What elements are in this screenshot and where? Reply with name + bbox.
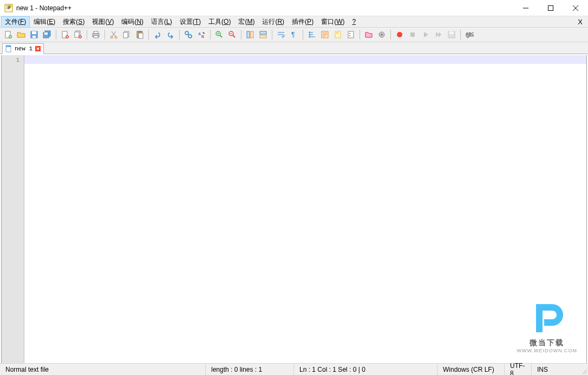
svg-rect-23 (138, 31, 141, 32)
status-position: Ln : 1 Col : 1 Sel : 0 | 0 (294, 364, 437, 375)
status-filetype: Normal text file (0, 364, 206, 375)
toolbar: AB ¶ ABC (0, 28, 588, 42)
undo-button[interactable] (152, 29, 164, 41)
file-icon (5, 45, 12, 52)
status-mode[interactable]: INS (532, 364, 553, 375)
print-button[interactable] (90, 29, 102, 41)
tab-new1[interactable]: new 1 (2, 43, 44, 54)
menu-close-x[interactable]: X (573, 18, 587, 26)
close-file-button[interactable] (59, 29, 71, 41)
open-file-button[interactable] (15, 29, 27, 41)
zoom-out-button[interactable] (226, 29, 238, 41)
new-file-button[interactable] (2, 29, 14, 41)
menu-window[interactable]: 窗口(W) (317, 16, 348, 28)
spellcheck-button[interactable]: ABC (463, 29, 475, 41)
menu-macro[interactable]: 宏(M) (234, 16, 258, 28)
svg-point-40 (349, 33, 350, 34)
svg-rect-47 (449, 31, 454, 34)
window-title: new 1 - Notepad++ (16, 4, 513, 12)
status-bar: Normal text file length : 0 lines : 1 Ln… (0, 363, 588, 375)
record-macro-button[interactable] (394, 29, 406, 41)
svg-rect-24 (139, 33, 143, 38)
svg-rect-50 (6, 45, 11, 47)
show-all-chars-button[interactable]: ¶ (288, 29, 300, 41)
svg-rect-31 (247, 31, 250, 38)
svg-rect-38 (336, 32, 338, 34)
sync-v-scroll-button[interactable] (244, 29, 256, 41)
doc-map-button[interactable] (332, 29, 344, 41)
folder-workspace-button[interactable] (376, 29, 388, 41)
svg-rect-6 (32, 36, 36, 38)
tab-close-button[interactable] (35, 45, 41, 52)
maximize-button[interactable] (538, 0, 563, 16)
svg-rect-33 (260, 31, 266, 34)
sync-h-scroll-button[interactable] (257, 29, 269, 41)
status-eol[interactable]: Windows (CR LF) (437, 364, 505, 375)
svg-point-43 (381, 34, 383, 36)
svg-rect-13 (75, 32, 79, 37)
svg-rect-9 (44, 32, 48, 35)
user-lang-button[interactable] (319, 29, 331, 41)
svg-rect-37 (335, 31, 341, 38)
menu-bar: 文件(F) 编辑(E) 搜索(S) 视图(V) 编码(N) 语言(L) 设置(T… (0, 16, 588, 28)
svg-rect-21 (123, 32, 128, 38)
menu-encoding[interactable]: 编码(N) (117, 16, 147, 28)
indent-guide-button[interactable] (306, 29, 318, 41)
svg-rect-17 (94, 36, 98, 38)
svg-point-44 (397, 32, 402, 37)
stop-macro-button[interactable] (407, 29, 419, 41)
tab-bar: new 1 (0, 42, 588, 54)
save-macro-button[interactable] (446, 29, 458, 41)
cut-button[interactable] (108, 29, 120, 41)
menu-tools[interactable]: 工具(O) (205, 16, 234, 28)
minimize-button[interactable] (513, 0, 538, 16)
svg-point-41 (349, 35, 350, 36)
line-number-gutter: 1 (2, 55, 24, 363)
find-button[interactable] (182, 29, 194, 41)
paste-button[interactable] (134, 29, 146, 41)
function-list-button[interactable] (363, 29, 375, 41)
play-macro-button[interactable] (420, 29, 432, 41)
editor-area: 1 (1, 55, 587, 364)
copy-button[interactable] (121, 29, 133, 41)
redo-button[interactable] (165, 29, 177, 41)
svg-rect-15 (94, 31, 98, 34)
tab-label: new 1 (15, 45, 32, 52)
status-length: length : 0 lines : 1 (206, 364, 294, 375)
word-wrap-button[interactable] (275, 29, 287, 41)
close-button[interactable] (563, 0, 588, 16)
title-bar: new 1 - Notepad++ (0, 0, 588, 16)
svg-rect-1 (548, 5, 553, 10)
menu-view[interactable]: 视图(V) (88, 16, 117, 28)
status-encoding[interactable]: UTF-8 (505, 364, 532, 375)
svg-rect-39 (348, 31, 354, 38)
menu-settings[interactable]: 设置(T) (176, 16, 205, 28)
current-line (24, 55, 586, 64)
menu-run[interactable]: 运行(R) (258, 16, 288, 28)
code-editor[interactable] (24, 55, 586, 363)
svg-text:A: A (198, 32, 201, 36)
menu-edit[interactable]: 编辑(E) (30, 16, 59, 28)
menu-help[interactable]: ? (348, 17, 360, 27)
resize-grip[interactable] (579, 366, 588, 375)
svg-text:¶: ¶ (291, 31, 295, 38)
svg-rect-34 (260, 35, 266, 38)
svg-rect-5 (32, 31, 36, 34)
line-number: 1 (2, 55, 24, 64)
menu-language[interactable]: 语言(L) (147, 16, 176, 28)
save-button[interactable] (28, 29, 40, 41)
svg-rect-32 (251, 31, 253, 38)
play-macro-multi-button[interactable] (433, 29, 445, 41)
svg-rect-45 (410, 32, 415, 37)
close-all-button[interactable] (72, 29, 84, 41)
svg-text:B: B (201, 35, 204, 38)
menu-file[interactable]: 文件(F) (1, 16, 30, 28)
save-all-button[interactable] (41, 29, 53, 41)
replace-button[interactable]: AB (195, 29, 207, 41)
app-icon (4, 4, 13, 12)
doc-list-button[interactable] (345, 29, 357, 41)
menu-plugins[interactable]: 插件(P) (288, 16, 317, 28)
menu-search[interactable]: 搜索(S) (59, 16, 88, 28)
zoom-in-button[interactable] (213, 29, 225, 41)
